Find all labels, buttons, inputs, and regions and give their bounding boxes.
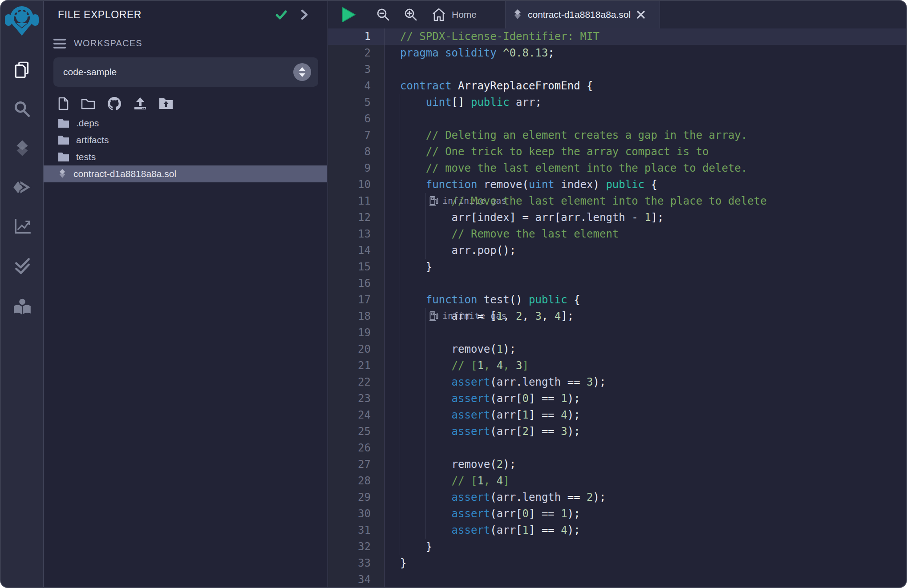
new-file-icon[interactable] <box>58 97 69 110</box>
rail-static-analysis-icon[interactable] <box>1 213 43 238</box>
code-line-content: function remove(uint index) public { inf… <box>385 177 906 193</box>
code-line-11[interactable]: 11 // Move the last element into the pla… <box>328 193 906 209</box>
line-number: 9 <box>328 160 385 177</box>
tree-item-label: artifacts <box>76 135 109 145</box>
code-line-content: assert(arr.length == 3); <box>385 374 906 391</box>
tab-contract-file[interactable]: contract-d1a8818a8a.sol <box>505 1 660 28</box>
code-line-27[interactable]: 27 remove(2); <box>328 456 906 473</box>
code-line-29[interactable]: 29 assert(arr.length == 2); <box>328 489 906 506</box>
line-number: 33 <box>328 555 385 572</box>
line-number: 34 <box>328 572 385 588</box>
tab-home[interactable]: Home <box>431 1 477 28</box>
code-line-4[interactable]: 4contract ArrayReplaceFromEnd { <box>328 78 906 94</box>
rail-unit-testing-icon[interactable] <box>1 253 43 278</box>
line-number: 17 <box>328 292 385 308</box>
line-number: 8 <box>328 144 385 160</box>
line-number: 23 <box>328 391 385 407</box>
tree-item-contract-d1a8818a8a-sol[interactable]: contract-d1a8818a8a.sol <box>44 165 327 182</box>
upload-folder-icon[interactable] <box>159 97 173 109</box>
code-line-30[interactable]: 30 assert(arr[0] == 1); <box>328 506 906 522</box>
code-line-24[interactable]: 24 assert(arr[1] == 4); <box>328 407 906 423</box>
code-line-content: } <box>385 259 906 275</box>
code-line-15[interactable]: 15 } <box>328 259 906 275</box>
code-line-content: assert(arr[1] == 4); <box>385 522 906 539</box>
rail-solidity-compiler-icon[interactable] <box>1 136 43 161</box>
rail-learn-icon[interactable] <box>1 294 43 319</box>
code-line-content: assert(arr.length == 2); <box>385 489 906 506</box>
code-line-12[interactable]: 12 arr[index] = arr[arr.length - 1]; <box>328 209 906 226</box>
code-line-32[interactable]: 32 } <box>328 539 906 555</box>
line-number: 24 <box>328 407 385 423</box>
upload-file-icon[interactable] <box>134 97 147 110</box>
tree-item--deps[interactable]: .deps <box>44 115 327 132</box>
workspace-select[interactable]: code-sample <box>53 57 318 87</box>
code-line-content: assert(arr[0] == 1); <box>385 391 906 407</box>
code-line-13[interactable]: 13 // Remove the last element <box>328 226 906 242</box>
code-line-23[interactable]: 23 assert(arr[0] == 1); <box>328 391 906 407</box>
code-line-31[interactable]: 31 assert(arr[1] == 4); <box>328 522 906 539</box>
code-line-content: remove(1); <box>385 341 906 358</box>
code-line-21[interactable]: 21 // [1, 4, 3] <box>328 358 906 374</box>
code-line-34[interactable]: 34 <box>328 572 906 588</box>
code-line-10[interactable]: 10 function remove(uint index) public { … <box>328 177 906 193</box>
line-number: 11 <box>328 193 385 209</box>
code-line-content: // One trick to keep the array compact i… <box>385 144 906 160</box>
code-line-content <box>385 440 906 456</box>
run-script-button[interactable] <box>341 1 356 28</box>
code-line-25[interactable]: 25 assert(arr[2] == 3); <box>328 423 906 440</box>
code-line-content: arr = [1, 2, 3, 4]; <box>385 308 906 325</box>
code-line-1[interactable]: 1// SPDX-License-Identifier: MIT <box>328 28 906 45</box>
line-number: 16 <box>328 275 385 292</box>
github-icon[interactable] <box>107 97 121 110</box>
code-line-16[interactable]: 16 <box>328 275 906 292</box>
code-line-5[interactable]: 5 uint[] public arr; <box>328 94 906 111</box>
code-line-33[interactable]: 33} <box>328 555 906 572</box>
code-line-content <box>385 572 906 588</box>
code-line-6[interactable]: 6 <box>328 111 906 127</box>
code-line-7[interactable]: 7 // Deleting an element creates a gap i… <box>328 127 906 144</box>
remix-logo-icon[interactable] <box>4 3 40 43</box>
code-line-content <box>385 325 906 341</box>
code-editor[interactable]: 1// SPDX-License-Identifier: MIT2pragma … <box>328 28 906 587</box>
code-line-content: // Deleting an element creates a gap in … <box>385 127 906 144</box>
code-line-20[interactable]: 20 remove(1); <box>328 341 906 358</box>
rail-deploy-run-icon[interactable] <box>1 175 43 200</box>
code-line-18[interactable]: 18 arr = [1, 2, 3, 4]; <box>328 308 906 325</box>
code-line-14[interactable]: 14 arr.pop(); <box>328 242 906 259</box>
collapse-chevron-right-icon[interactable] <box>300 9 309 20</box>
workspaces-label: WORKSPACES <box>74 38 142 48</box>
remix-ide-window: FILE EXPLORER WORKSPACES <box>0 0 907 588</box>
tab-file-label: contract-d1a8818a8a.sol <box>528 9 631 20</box>
zoom-out-icon[interactable] <box>376 1 390 28</box>
line-number: 18 <box>328 308 385 325</box>
tree-item-artifacts[interactable]: artifacts <box>44 132 327 149</box>
code-line-19[interactable]: 19 <box>328 325 906 341</box>
code-line-2[interactable]: 2pragma solidity ^0.8.13; <box>328 45 906 61</box>
workspaces-menu-icon[interactable] <box>53 39 66 48</box>
code-line-content: // move the last element into the place … <box>385 160 906 177</box>
code-line-28[interactable]: 28 // [1, 4] <box>328 473 906 489</box>
tab-home-label: Home <box>452 9 477 20</box>
code-line-26[interactable]: 26 <box>328 440 906 456</box>
code-line-content: // SPDX-License-Identifier: MIT <box>385 28 906 45</box>
line-number: 13 <box>328 226 385 242</box>
code-line-content <box>385 61 906 78</box>
line-number: 7 <box>328 127 385 144</box>
code-line-9[interactable]: 9 // move the last element into the plac… <box>328 160 906 177</box>
new-folder-icon[interactable] <box>81 97 95 110</box>
rail-file-explorer-icon[interactable] <box>1 57 43 82</box>
code-line-content: } <box>385 539 906 555</box>
saved-check-icon[interactable] <box>275 8 288 21</box>
rail-search-icon[interactable] <box>1 97 43 121</box>
code-line-content <box>385 275 906 292</box>
close-tab-icon[interactable] <box>636 10 646 20</box>
file-explorer-header: FILE EXPLORER <box>44 1 327 28</box>
code-line-3[interactable]: 3 <box>328 61 906 78</box>
zoom-in-icon[interactable] <box>404 1 418 28</box>
code-line-22[interactable]: 22 assert(arr.length == 3); <box>328 374 906 391</box>
line-number: 32 <box>328 539 385 555</box>
code-line-8[interactable]: 8 // One trick to keep the array compact… <box>328 144 906 160</box>
code-line-17[interactable]: 17 function test() public { infinite gas <box>328 292 906 308</box>
tree-item-tests[interactable]: tests <box>44 149 327 165</box>
code-line-content: } <box>385 555 906 572</box>
